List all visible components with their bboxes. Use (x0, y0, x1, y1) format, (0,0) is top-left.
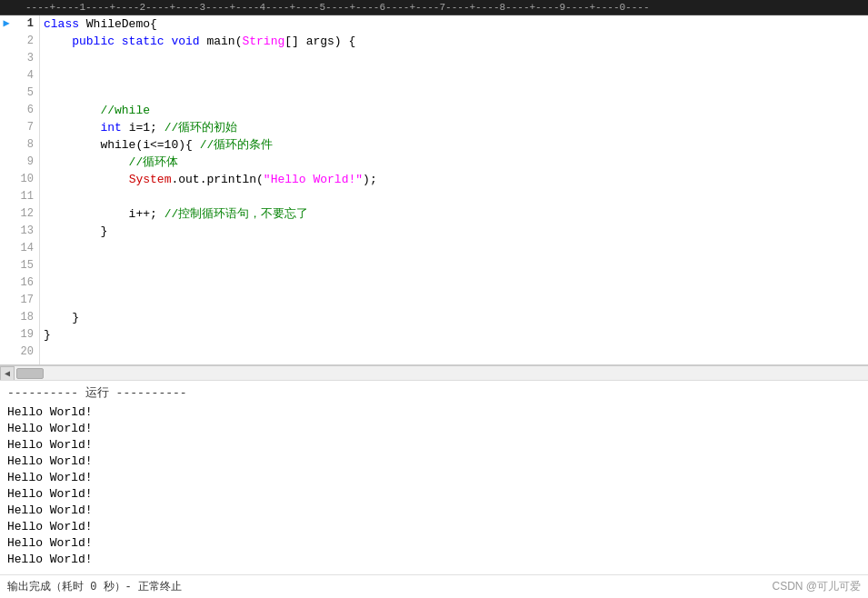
line-number: 5 (16, 85, 34, 102)
code-line: System.out.println("Hello World!"); (44, 171, 868, 188)
line-number: 16 (16, 274, 34, 292)
footer-status: 输出完成（耗时 0 秒）- 正常终止 (7, 579, 182, 594)
output-line: Hello World! (7, 503, 861, 519)
code-line (44, 344, 868, 361)
line-number: 10 (16, 171, 34, 188)
scroll-left-arrow[interactable]: ◀ (0, 366, 15, 381)
scrollbar-row: ◀ (0, 365, 868, 380)
arrow-marker: ▶ (3, 15, 9, 33)
output-line: Hello World! (7, 519, 861, 535)
scroll-thumb[interactable] (16, 368, 44, 379)
output-body: Hello World!Hello World!Hello World!Hell… (0, 404, 868, 574)
line-number: 7 (16, 119, 34, 136)
line-number: 8 (16, 136, 34, 154)
output-line: Hello World! (7, 404, 861, 421)
line-numbers: 1234567891011121314151617181920 (13, 15, 40, 364)
output-area: ---------- 运行 ---------- Hello World!Hel… (0, 380, 868, 598)
code-line (44, 50, 868, 67)
code-line: class WhileDemo{ (44, 15, 868, 33)
ruler-bar: ----+----1----+----2----+----3----+----4… (0, 0, 868, 15)
output-header: ---------- 运行 ---------- (0, 381, 868, 404)
line-number: 2 (16, 33, 34, 50)
line-number: 12 (16, 205, 34, 223)
code-line (44, 274, 868, 292)
line-number: 17 (16, 292, 34, 309)
code-line (44, 292, 868, 309)
footer-brand: CSDN @可儿可爱 (772, 579, 861, 594)
line-number: 1 (16, 15, 34, 33)
line-number: 18 (16, 309, 34, 326)
code-line (44, 240, 868, 257)
output-line: Hello World! (7, 437, 861, 453)
line-number: 11 (16, 188, 34, 205)
line-number: 15 (16, 257, 34, 274)
code-line: public static void main(String[] args) { (44, 33, 868, 50)
code-line: } (44, 223, 868, 240)
code-line: //循环体 (44, 154, 868, 171)
line-number: 20 (16, 344, 34, 361)
line-number: 14 (16, 240, 34, 257)
code-line (44, 257, 868, 274)
line-number: 9 (16, 154, 34, 171)
code-line: i++; //控制循环语句，不要忘了 (44, 205, 868, 223)
output-line: Hello World! (7, 470, 861, 486)
line-number: 13 (16, 223, 34, 240)
code-line: } (44, 309, 868, 326)
output-line: Hello World! (7, 552, 861, 568)
code-line: //while (44, 102, 868, 119)
code-line (44, 85, 868, 102)
editor-area: ▶▶▶▶▶▶▶▶▶▶▶▶▶▶▶▶▶▶▶▶ 1234567891011121314… (0, 15, 868, 365)
output-line: Hello World! (7, 486, 861, 503)
output-line: Hello World! (7, 535, 861, 552)
line-number: 3 (16, 50, 34, 67)
code-line: while(i<=10){ //循环的条件 (44, 136, 868, 154)
code-content[interactable]: class WhileDemo{ public static void main… (40, 15, 868, 364)
line-number: 4 (16, 67, 34, 85)
output-line: Hello World! (7, 421, 861, 437)
code-line (44, 67, 868, 85)
output-footer: 输出完成（耗时 0 秒）- 正常终止 CSDN @可儿可爱 (0, 574, 868, 598)
code-line: } (44, 326, 868, 344)
ruler-text: ----+----1----+----2----+----3----+----4… (25, 2, 650, 13)
output-line: Hello World! (7, 453, 861, 470)
code-line (44, 188, 868, 205)
line-number: 6 (16, 102, 34, 119)
line-number: 19 (16, 326, 34, 344)
arrow-column: ▶▶▶▶▶▶▶▶▶▶▶▶▶▶▶▶▶▶▶▶ (0, 15, 13, 364)
code-line: int i=1; //循环的初始 (44, 119, 868, 136)
